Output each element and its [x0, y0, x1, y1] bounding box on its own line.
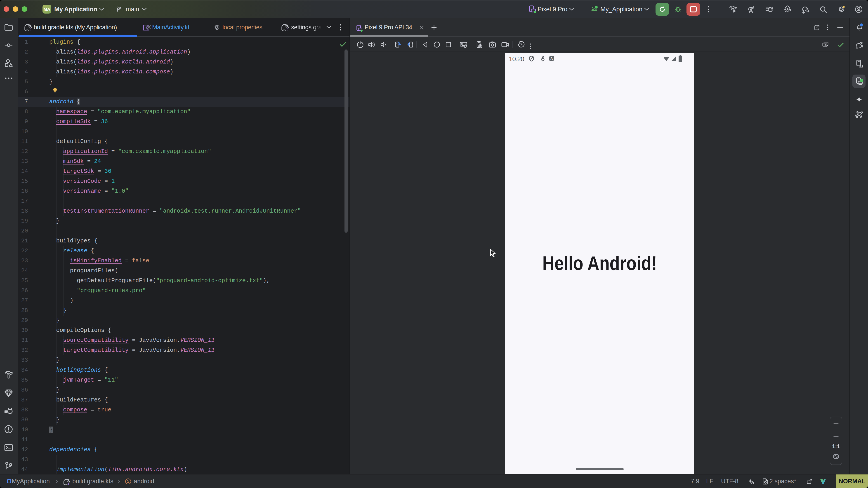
svg-text:A: A [550, 57, 553, 60]
